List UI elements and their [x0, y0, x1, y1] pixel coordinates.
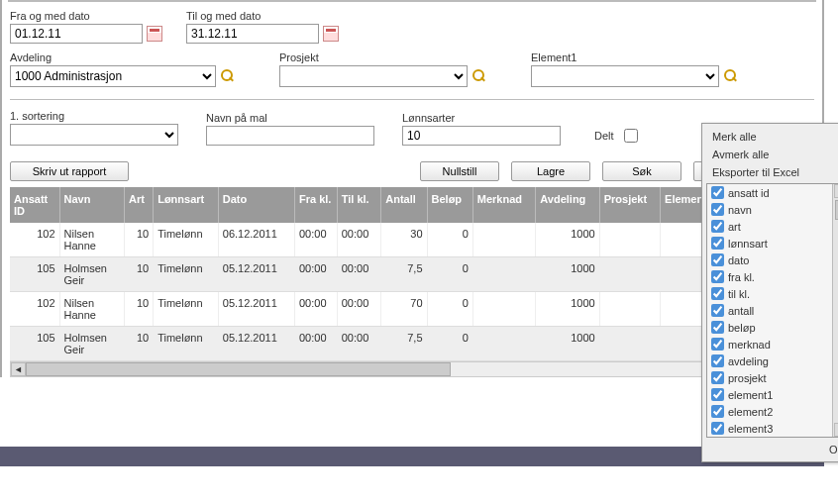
table-cell[interactable]: 30: [381, 223, 427, 257]
column-checkbox[interactable]: [711, 321, 724, 334]
table-cell[interactable]: Holmsen Geir: [59, 257, 125, 292]
column-checkbox[interactable]: [711, 186, 724, 199]
column-toggle-item[interactable]: element3: [707, 420, 838, 437]
table-cell[interactable]: 00:00: [295, 292, 338, 327]
table-cell[interactable]: Timelønn: [154, 327, 219, 361]
col-merknad[interactable]: Merknad: [472, 187, 535, 223]
merk-alle-item[interactable]: Merk alle: [702, 128, 838, 146]
col-dato[interactable]: Dato: [218, 187, 294, 223]
table-cell[interactable]: [599, 327, 660, 361]
table-cell[interactable]: 105: [10, 327, 59, 361]
column-checkbox[interactable]: [711, 203, 724, 216]
delt-checkbox[interactable]: [624, 129, 638, 143]
calendar-icon[interactable]: [147, 26, 162, 42]
table-cell[interactable]: 10: [125, 257, 154, 292]
ok-button[interactable]: Ok: [702, 440, 838, 457]
nullstill-button[interactable]: Nullstill: [420, 161, 499, 181]
table-cell[interactable]: 00:00: [337, 223, 380, 257]
column-toggle-item[interactable]: fra kl.: [707, 268, 838, 285]
column-toggle-item[interactable]: element2: [707, 403, 838, 420]
table-cell[interactable]: [599, 257, 660, 292]
table-cell[interactable]: [599, 223, 660, 257]
table-cell[interactable]: [472, 327, 535, 361]
table-cell[interactable]: 05.12.2011: [218, 257, 294, 292]
column-toggle-item[interactable]: beløp: [707, 319, 838, 336]
lonnsarter-input[interactable]: [402, 126, 561, 146]
table-cell[interactable]: 0: [427, 327, 472, 361]
table-cell[interactable]: 0: [427, 292, 472, 327]
column-toggle-item[interactable]: art: [707, 218, 838, 235]
column-checkbox[interactable]: [711, 237, 724, 250]
column-toggle-item[interactable]: til kl.: [707, 285, 838, 302]
table-cell[interactable]: 05.12.2011: [218, 327, 294, 361]
column-toggle-item[interactable]: dato: [707, 252, 838, 268]
column-checkbox[interactable]: [711, 253, 724, 266]
col-avdeling[interactable]: Avdeling: [536, 187, 599, 223]
col-belop[interactable]: Beløp: [427, 187, 472, 223]
table-cell[interactable]: 1000: [536, 327, 599, 361]
column-toggle-item[interactable]: antall: [707, 302, 838, 319]
search-icon[interactable]: [723, 68, 739, 84]
column-checkbox[interactable]: [711, 220, 724, 233]
lagre-button[interactable]: Lagre: [511, 161, 590, 181]
col-til-kl[interactable]: Til kl.: [337, 187, 380, 223]
ctx-scrollbar[interactable]: ▲ ▼: [832, 184, 838, 437]
table-cell[interactable]: Nilsen Hanne: [59, 223, 125, 257]
table-cell[interactable]: 10: [125, 327, 154, 361]
calendar-icon[interactable]: [323, 26, 339, 42]
table-cell[interactable]: Timelønn: [154, 223, 219, 257]
column-checkbox[interactable]: [711, 354, 724, 367]
table-cell[interactable]: [472, 292, 535, 327]
scroll-left-icon[interactable]: ◄: [11, 362, 26, 376]
column-toggle-item[interactable]: navn: [707, 201, 838, 218]
table-cell[interactable]: [472, 223, 535, 257]
column-checkbox[interactable]: [711, 405, 724, 418]
table-cell[interactable]: Holmsen Geir: [59, 327, 125, 361]
column-checkbox[interactable]: [711, 304, 724, 317]
table-cell[interactable]: 1000: [536, 257, 599, 292]
col-art[interactable]: Art: [125, 187, 154, 223]
sortering-select[interactable]: [10, 124, 178, 146]
table-cell[interactable]: 00:00: [295, 257, 338, 292]
search-icon[interactable]: [220, 68, 236, 84]
table-cell[interactable]: 00:00: [337, 327, 380, 361]
table-cell[interactable]: 00:00: [295, 327, 338, 361]
col-lonnsart[interactable]: Lønnsart: [154, 187, 219, 223]
column-toggle-item[interactable]: merknad: [707, 336, 838, 353]
table-cell[interactable]: 1000: [536, 223, 599, 257]
table-cell[interactable]: 10: [125, 292, 154, 327]
col-navn[interactable]: Navn: [59, 187, 125, 223]
mal-input[interactable]: [206, 126, 374, 146]
table-cell[interactable]: 7,5: [381, 257, 427, 292]
search-icon[interactable]: [471, 68, 487, 84]
skriv-ut-button[interactable]: Skriv ut rapport: [10, 161, 129, 181]
column-checkbox[interactable]: [711, 270, 724, 283]
table-cell[interactable]: 102: [10, 292, 59, 327]
table-cell[interactable]: 105: [10, 257, 59, 292]
col-fra-kl[interactable]: Fra kl.: [295, 187, 338, 223]
table-cell[interactable]: 102: [10, 223, 59, 257]
fra-dato-input[interactable]: [10, 24, 143, 44]
column-toggle-item[interactable]: lønnsart: [707, 235, 838, 252]
sok-button[interactable]: Søk: [602, 161, 681, 181]
table-cell[interactable]: Timelønn: [154, 257, 219, 292]
column-toggle-item[interactable]: prosjekt: [707, 369, 838, 386]
column-toggle-item[interactable]: avdeling: [707, 353, 838, 369]
column-checkbox[interactable]: [711, 338, 724, 351]
table-cell[interactable]: 0: [427, 257, 472, 292]
table-cell[interactable]: [472, 257, 535, 292]
table-cell[interactable]: 00:00: [337, 292, 380, 327]
table-row[interactable]: 102Nilsen Hanne10Timelønn05.12.201100:00…: [10, 292, 814, 327]
table-row[interactable]: 102Nilsen Hanne10Timelønn06.12.201100:00…: [10, 223, 814, 257]
til-dato-input[interactable]: [186, 24, 319, 44]
table-cell[interactable]: 05.12.2011: [218, 292, 294, 327]
prosjekt-select[interactable]: [279, 65, 468, 87]
table-cell[interactable]: 7,5: [381, 327, 427, 361]
element1-select[interactable]: [531, 65, 719, 87]
table-cell[interactable]: Nilsen Hanne: [59, 292, 125, 327]
column-toggle-item[interactable]: ansatt id: [707, 184, 838, 201]
column-checkbox[interactable]: [711, 287, 724, 300]
table-cell[interactable]: 00:00: [337, 257, 380, 292]
scroll-thumb[interactable]: [26, 362, 451, 376]
table-row[interactable]: 105Holmsen Geir10Timelønn05.12.201100:00…: [10, 327, 814, 361]
